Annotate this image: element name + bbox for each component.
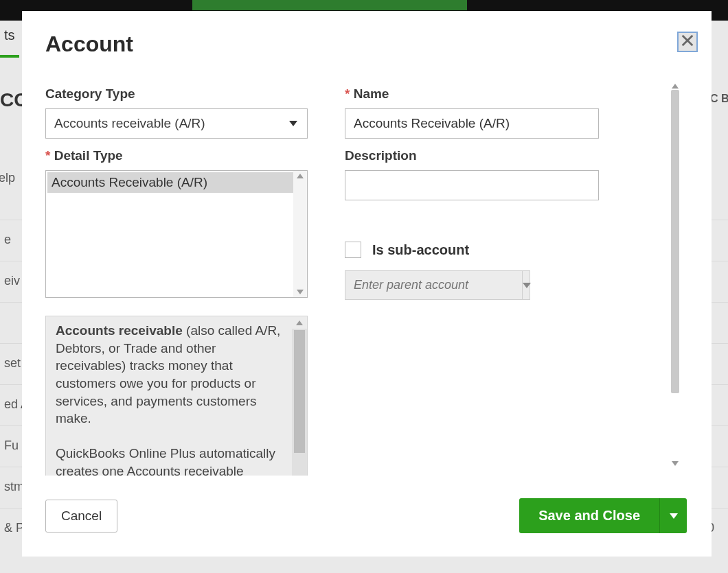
bg-right-col-header: C BA xyxy=(710,93,728,105)
scroll-down-icon xyxy=(297,290,304,294)
category-type-label: Category Type xyxy=(45,86,308,102)
parent-account-dropdown-button[interactable] xyxy=(522,271,531,299)
chevron-down-icon xyxy=(523,283,531,288)
cancel-button[interactable]: Cancel xyxy=(45,500,117,533)
description-label: Description xyxy=(345,148,599,163)
listbox-scrollbar[interactable] xyxy=(293,171,307,297)
parent-account-input[interactable] xyxy=(345,271,522,299)
category-type-select[interactable]: Accounts receivable (A/R) xyxy=(45,108,308,139)
bg-tab-partial: ts xyxy=(0,27,19,58)
chevron-down-icon xyxy=(670,513,678,519)
description-input[interactable] xyxy=(345,170,599,200)
save-and-close-button[interactable]: Save and Close xyxy=(519,498,659,533)
modal-header: Account xyxy=(22,11,712,62)
modal-footer: Cancel Save and Close xyxy=(45,498,687,533)
help-scrollbar[interactable] xyxy=(292,316,307,476)
scroll-up-icon xyxy=(292,316,307,329)
close-icon xyxy=(680,33,695,51)
category-type-value: Accounts receivable (A/R) xyxy=(54,116,205,131)
help-text-content: Accounts receivable (also called A/R, De… xyxy=(56,322,284,476)
bg-help-partial: elp xyxy=(0,171,15,185)
parent-account-select[interactable] xyxy=(345,270,530,300)
sub-account-checkbox[interactable] xyxy=(345,242,361,258)
name-input[interactable] xyxy=(345,108,599,139)
bg-topbar-accent xyxy=(192,0,467,10)
name-label: Name xyxy=(345,86,599,102)
detail-type-option[interactable]: Accounts Receivable (A/R) xyxy=(47,172,293,193)
detail-type-help: Accounts receivable (also called A/R, De… xyxy=(45,316,308,476)
detail-type-listbox[interactable]: Accounts Receivable (A/R) xyxy=(45,170,308,298)
sub-account-label: Is sub-account xyxy=(372,242,469,258)
save-dropdown-button[interactable] xyxy=(659,498,687,533)
close-button[interactable] xyxy=(677,32,698,52)
modal-body: Category Type Accounts receivable (A/R) … xyxy=(45,77,691,476)
modal-title: Account xyxy=(45,32,690,57)
scroll-up-icon xyxy=(297,174,304,178)
chevron-down-icon xyxy=(289,121,297,126)
detail-type-label: Detail Type xyxy=(45,148,308,163)
account-modal: Account Category Type Accounts receivabl… xyxy=(22,11,712,557)
